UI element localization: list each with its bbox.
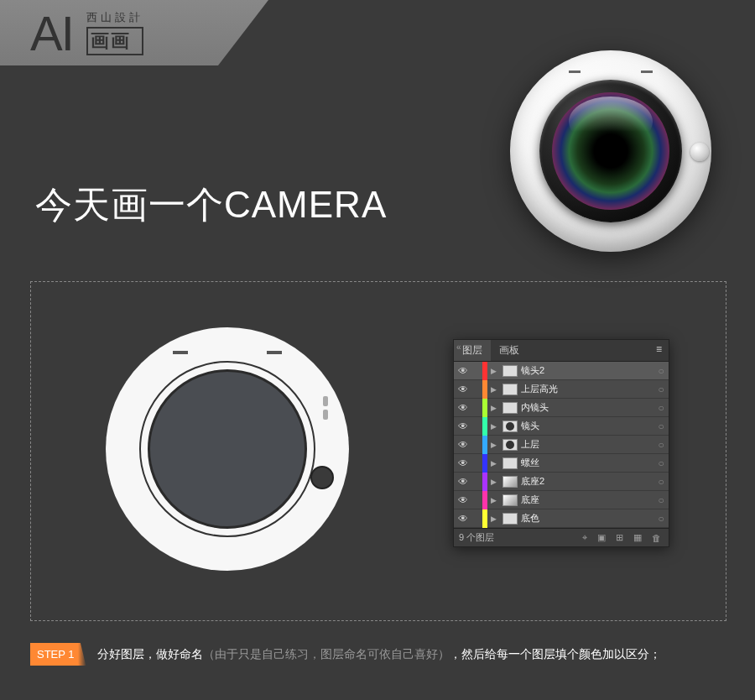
brand: 西山設計 画画 [86, 10, 143, 55]
layer-name: 螺丝 [521, 457, 653, 469]
layers-list: 👁▶镜头2○👁▶上层高光○👁▶内镜头○👁▶镜头○👁▶上层○👁▶螺丝○👁▶底座2○… [454, 362, 669, 528]
new-layer-icon[interactable]: ▦ [631, 532, 644, 543]
panel-collapse-icon[interactable]: « [456, 342, 461, 352]
visibility-icon[interactable]: 👁 [454, 457, 472, 469]
layer-row[interactable]: 👁▶底座○ [454, 491, 669, 509]
ai-logo: AI [30, 5, 73, 61]
brand-bottom-text: 画画 [86, 27, 143, 55]
flat-ring-inner [148, 369, 307, 529]
visibility-icon[interactable]: 👁 [454, 494, 472, 506]
camera-lens-inner [552, 92, 669, 210]
visibility-icon[interactable]: 👁 [454, 402, 472, 414]
panel-menu-icon[interactable]: ≡ [649, 340, 669, 361]
expand-icon[interactable]: ▶ [487, 367, 499, 375]
visibility-icon[interactable]: 👁 [454, 365, 472, 377]
step-caption: STEP 1 分好图层，做好命名（由于只是自己练习，图层命名可依自己喜好），然后… [30, 643, 726, 666]
layer-name: 底色 [521, 512, 653, 525]
layer-thumbnail [502, 421, 518, 432]
layer-row[interactable]: 👁▶底色○ [454, 509, 669, 528]
target-icon[interactable]: ○ [653, 402, 669, 414]
layer-name: 镜头2 [521, 364, 653, 377]
expand-icon[interactable]: ▶ [487, 441, 499, 449]
camera-body [510, 50, 711, 252]
target-icon[interactable]: ○ [653, 439, 669, 451]
panel-footer: 9 个图层 ⌖ ▣ ⊞ ▦ 🗑 [454, 528, 669, 546]
layer-name: 底座 [521, 494, 653, 506]
expand-icon[interactable]: ▶ [487, 385, 499, 394]
visibility-icon[interactable]: 👁 [454, 421, 472, 432]
expand-icon[interactable]: ▶ [487, 404, 499, 412]
camera-knob [690, 143, 709, 161]
target-icon[interactable]: ○ [653, 365, 669, 377]
target-icon[interactable]: ○ [653, 476, 669, 488]
layer-thumbnail [502, 513, 518, 525]
visibility-icon[interactable]: 👁 [454, 513, 472, 525]
target-icon[interactable]: ○ [653, 513, 669, 525]
caption-dim: （由于只是自己练习，图层命名可依自己喜好） [203, 647, 450, 661]
layer-row[interactable]: 👁▶镜头2○ [454, 362, 669, 380]
flat-slot [173, 351, 188, 354]
flat-nub [323, 410, 328, 420]
expand-icon[interactable]: ▶ [487, 422, 499, 431]
layer-thumbnail [502, 494, 518, 506]
layer-name: 镜头 [521, 420, 653, 432]
target-icon[interactable]: ○ [653, 457, 669, 469]
layer-row[interactable]: 👁▶上层高光○ [454, 380, 669, 399]
layer-row[interactable]: 👁▶内镜头○ [454, 399, 669, 417]
layer-name: 上层 [521, 438, 653, 451]
flat-nub [323, 396, 328, 406]
layer-thumbnail [502, 402, 518, 414]
layer-thumbnail [502, 476, 518, 488]
sublayer-icon[interactable]: ⊞ [613, 532, 626, 543]
layer-count: 9 个图层 [459, 531, 494, 544]
layer-row[interactable]: 👁▶螺丝○ [454, 454, 669, 473]
page-title: 今天画一个CAMERA [35, 180, 387, 230]
layer-row[interactable]: 👁▶底座2○ [454, 473, 669, 491]
flat-body [106, 327, 349, 571]
camera-slot [641, 71, 653, 73]
panel-tabs: 图层 画板 ≡ [454, 340, 669, 362]
expand-icon[interactable]: ▶ [487, 515, 499, 523]
layers-panel: « 图层 画板 ≡ 👁▶镜头2○👁▶上层高光○👁▶内镜头○👁▶镜头○👁▶上层○👁… [453, 339, 669, 547]
visibility-icon[interactable]: 👁 [454, 384, 472, 395]
logo-block: AI 西山設計 画画 [0, 0, 143, 65]
step-badge: STEP 1 [30, 643, 86, 666]
camera-slot [569, 71, 581, 73]
layer-name: 底座2 [521, 475, 653, 488]
target-icon[interactable]: ○ [653, 421, 669, 432]
trash-icon[interactable]: 🗑 [649, 533, 664, 543]
layer-name: 内镜头 [521, 401, 653, 414]
locate-icon[interactable]: ⌖ [580, 532, 590, 543]
visibility-icon[interactable]: 👁 [454, 439, 472, 451]
layer-name: 上层高光 [521, 383, 653, 395]
layer-thumbnail [502, 439, 518, 451]
caption-text-b: ，然后给每一个图层填个颜色加以区分； [450, 647, 661, 661]
target-icon[interactable]: ○ [653, 384, 669, 395]
caption-text-a: 分好图层，做好命名 [97, 647, 203, 661]
flat-slot [267, 351, 282, 354]
tab-artboards[interactable]: 画板 [491, 340, 528, 361]
camera-icon-realistic [510, 50, 711, 252]
expand-icon[interactable]: ▶ [487, 459, 499, 468]
target-icon[interactable]: ○ [653, 494, 669, 506]
mask-icon[interactable]: ▣ [595, 532, 608, 543]
layer-row[interactable]: 👁▶镜头○ [454, 417, 669, 436]
layer-row[interactable]: 👁▶上层○ [454, 436, 669, 454]
expand-icon[interactable]: ▶ [487, 478, 499, 486]
visibility-icon[interactable]: 👁 [454, 476, 472, 488]
layer-thumbnail [502, 384, 518, 395]
camera-icon-flat [106, 327, 349, 571]
layer-thumbnail [502, 457, 518, 469]
layer-thumbnail [502, 365, 518, 377]
expand-icon[interactable]: ▶ [487, 496, 499, 504]
brand-top-text: 西山設計 [86, 10, 143, 25]
flat-knob [310, 466, 334, 489]
